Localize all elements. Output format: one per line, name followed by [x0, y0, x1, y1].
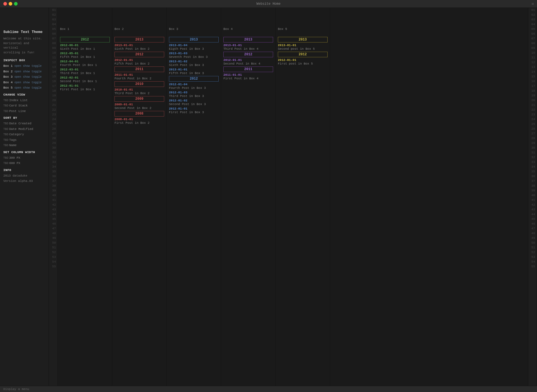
post-title: Third Post in Box 3 [169, 94, 219, 98]
post-title: Fourth Post in Box 1 [60, 63, 110, 67]
minimize-button[interactable] [9, 2, 12, 6]
box-column-4: Box 420132013-01-01Third Post in Box 420… [221, 8, 276, 386]
sidebar-item-tags[interactable]: TBDTags [3, 138, 45, 142]
year-button-2010-box2[interactable]: 2010 [114, 81, 164, 87]
sidebar-title: Sublime Text Theme [3, 30, 45, 35]
sidebar-item-card-stack[interactable]: TBDCard Stack [3, 103, 45, 108]
close-button[interactable] [3, 2, 7, 6]
post-title: Sixth Post in Box 1 [60, 47, 110, 51]
line-number: 24 [49, 117, 58, 122]
post-date: 2012-06-01 [60, 44, 110, 47]
sidebar-item-name[interactable]: TBDName [3, 143, 45, 148]
post-title: Fourth Post in Box 2 [114, 77, 164, 80]
post-title: First Post in Box 2 [114, 121, 164, 125]
line-number: 35 [49, 169, 58, 174]
status-bar: Display a menu [0, 386, 537, 392]
year-button-2012-box3[interactable]: 2012 [169, 76, 219, 82]
line-number: 30 [49, 146, 58, 150]
post-date: 2008-01-01 [114, 118, 164, 121]
line-number: 24 [528, 117, 537, 122]
post-date: 2013-01-03 [169, 52, 219, 55]
post-date: 2010-01-01 [114, 88, 164, 91]
year-button-2012-box4[interactable]: 2012 [223, 52, 273, 57]
post-date: 2013-01-01 [169, 68, 219, 71]
post-title: Third Post in Box 4 [223, 47, 273, 51]
post-title: Sixth Post in Box 2 [114, 47, 164, 51]
year-button-2009-box2[interactable]: 2009 [114, 96, 164, 102]
year-button-2013-box4[interactable]: 2013 [223, 37, 273, 42]
line-number: 31 [528, 150, 537, 155]
line-number: 32 [49, 155, 58, 160]
post-title: Second post in Box 5 [278, 47, 328, 51]
post-date: 2013-01-04 [169, 44, 219, 47]
line-number: 38 [49, 184, 58, 188]
box-label-5: Box 5 [278, 27, 328, 32]
post-date: 2012-01-01 [278, 58, 328, 62]
line-number: 39 [49, 188, 58, 193]
post-title: First Post in Box 4 [223, 77, 273, 80]
post-title: Second Post in Box 3 [169, 103, 219, 106]
line-number: 17 [528, 84, 537, 89]
sidebar-item-post-line[interactable]: TBDPost Line [3, 109, 45, 114]
year-button-2011-box2[interactable]: 2011 [114, 66, 164, 72]
post-title: Sixth Post in Box 3 [169, 63, 219, 67]
sidebar-description: Welcome at this site.Horizontal and vert… [3, 36, 45, 55]
sidebar: Sublime Text Theme Welcome at this site.… [0, 8, 49, 386]
line-number: 41 [49, 198, 58, 203]
line-number: 01 [49, 8, 58, 13]
columns-container[interactable]: Box 120122012-06-01Sixth Post in Box 120… [58, 8, 528, 386]
year-button-2013-box5[interactable]: 2013 [278, 37, 328, 42]
post-title: Second Post in Box 4 [223, 62, 273, 65]
line-number: 34 [49, 165, 58, 169]
line-number: 13 [528, 65, 537, 70]
post-title: Fourth Post in Box 3 [169, 86, 219, 90]
sort-by-section: SORT BY [3, 116, 45, 120]
line-number: 21 [49, 103, 58, 108]
line-number: 40 [49, 193, 58, 198]
line-number: 20 [528, 98, 537, 103]
line-number: 27 [528, 131, 537, 136]
line-number: 39 [528, 188, 537, 193]
sidebar-item-date-modified[interactable]: TBDDate Modified [3, 127, 45, 132]
box-column-5: Box 520132013-01-01Second post in Box 52… [276, 8, 330, 386]
year-button-2008-box2[interactable]: 2008 [114, 111, 164, 117]
post-date: 2012-05-01 [60, 52, 110, 55]
year-button-2012-box5[interactable]: 2012 [278, 52, 328, 57]
year-button-2012-box2[interactable]: 2012 [114, 52, 164, 57]
line-number: 37 [528, 179, 537, 184]
line-number: 04 [528, 22, 537, 27]
post-title: Seventh Post in Box 3 [169, 55, 219, 59]
post-title: Third Post in Box 2 [114, 92, 164, 95]
sidebar-item-box4: Box 4 open show toggle [3, 80, 45, 85]
year-button-2012-box1[interactable]: 2012 [60, 37, 110, 42]
box-label-3: Box 3 [169, 27, 219, 32]
year-button-2013-box2[interactable]: 2013 [114, 37, 164, 42]
sidebar-item-index-list[interactable]: TBDIndex List [3, 98, 45, 103]
box-label-1: Box 1 [60, 27, 110, 32]
line-number: 55 [49, 264, 58, 269]
post-title: Second Post in Box 1 [60, 80, 110, 83]
line-number: 46 [528, 222, 537, 226]
sidebar-item-box1: Box 1 open show toggle [3, 64, 45, 68]
line-number: 27 [49, 131, 58, 136]
set-column-width-section: SET COLUMN WIDTH [3, 151, 45, 154]
year-button-2011-box4[interactable]: 2011 [223, 66, 273, 72]
sidebar-item-date-created[interactable]: TBDDate Created [3, 121, 45, 126]
line-number: 41 [528, 198, 537, 203]
sidebar-info-copyright: 2013 dataduke [3, 174, 45, 178]
post-date: 2012-01-02 [169, 99, 219, 102]
sidebar-item-600px[interactable]: TBD600 PX [3, 161, 45, 166]
sidebar-item-category[interactable]: TBDCategory [3, 132, 45, 137]
line-number: 10 [528, 51, 537, 55]
sidebar-item-300px[interactable]: TBD300 PX [3, 156, 45, 160]
post-date: 2012-01-04 [169, 83, 219, 86]
line-number: 43 [49, 207, 58, 212]
line-number: 33 [528, 160, 537, 165]
line-number: 38 [528, 184, 537, 188]
post-date: 2012-01-03 [169, 91, 219, 94]
year-button-2013-box3[interactable]: 2013 [169, 37, 219, 42]
line-number: 19 [528, 93, 537, 98]
maximize-button[interactable] [14, 2, 18, 6]
post-date: 2012-01-01 [60, 84, 110, 87]
post-title: Fifth Post in Box 3 [169, 72, 219, 75]
